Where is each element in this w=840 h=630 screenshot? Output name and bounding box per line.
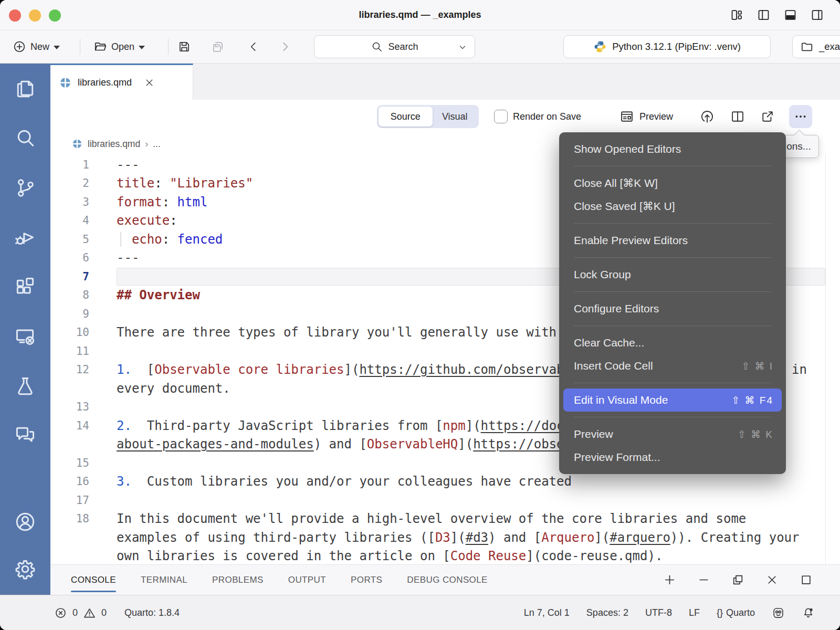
code-line[interactable]: 17 bbox=[50, 491, 840, 510]
menu-item-edit-in-visual-mode[interactable]: Edit in Visual Mode⇧ ⌘ F4 bbox=[563, 388, 782, 412]
maximize-icon[interactable] bbox=[800, 573, 813, 586]
comments-icon[interactable] bbox=[14, 424, 37, 447]
code-line-wrap[interactable]: examples of using third-party libraries … bbox=[50, 528, 840, 547]
language-mode[interactable]: {} Quarto bbox=[717, 607, 755, 618]
interpreter-selector[interactable]: Python 3.12.1 (PipEnv: .venv) bbox=[563, 35, 771, 58]
preview-button[interactable]: Preview bbox=[620, 100, 673, 133]
code-line[interactable]: 163. Custom libraries you and/or your co… bbox=[50, 472, 840, 491]
menu-item-label: Insert Code Cell bbox=[574, 360, 653, 372]
menu-item-preview[interactable]: Preview⇧ ⌘ K bbox=[559, 423, 786, 446]
panel-tab-debug-console[interactable]: DEBUG CONSOLE bbox=[407, 565, 488, 595]
open-button[interactable]: Open bbox=[93, 30, 145, 63]
search-icon bbox=[371, 40, 383, 53]
search-input[interactable]: Search bbox=[314, 35, 475, 58]
panel-tab-ports[interactable]: PORTS bbox=[351, 565, 382, 595]
testing-icon[interactable] bbox=[14, 375, 37, 398]
code-line-content: There are three types of library you'll … bbox=[117, 323, 594, 342]
explorer-icon[interactable] bbox=[14, 77, 37, 100]
layout-bottom-icon[interactable] bbox=[783, 8, 797, 22]
editor-toolbar: Source Visual Render on Save Preview bbox=[50, 100, 840, 133]
menu-item-label: Clear Cache... bbox=[574, 337, 644, 349]
indentation[interactable]: Spaces: 2 bbox=[586, 607, 628, 618]
breadcrumb-file[interactable]: libraries.qmd bbox=[88, 139, 140, 150]
split-editor-button[interactable] bbox=[730, 100, 745, 133]
publish-button[interactable] bbox=[700, 100, 715, 133]
close-tab-icon[interactable] bbox=[144, 77, 155, 88]
extensions-icon[interactable] bbox=[14, 276, 37, 299]
settings-icon[interactable] bbox=[14, 558, 37, 581]
search-icon[interactable] bbox=[14, 127, 37, 150]
main-toolbar: New Open Search Python 3.12.1 (P bbox=[0, 30, 840, 64]
tab-strip: libraries.qmd bbox=[50, 64, 840, 100]
error-icon[interactable] bbox=[54, 606, 67, 620]
chevron-down-icon bbox=[139, 46, 145, 49]
tab-libraries-qmd[interactable]: libraries.qmd bbox=[50, 64, 193, 100]
warning-count[interactable]: 0 bbox=[101, 607, 107, 618]
code-line[interactable]: 18In this document we'll provide a high-… bbox=[50, 510, 840, 529]
remote-sessions-icon[interactable] bbox=[14, 325, 37, 348]
panel-tab-terminal[interactable]: TERMINAL bbox=[141, 565, 187, 595]
save-all-icon bbox=[211, 40, 225, 54]
run-debug-icon[interactable] bbox=[14, 226, 37, 249]
render-on-save-control[interactable]: Render on Save bbox=[494, 100, 581, 133]
render-on-save-checkbox[interactable] bbox=[494, 110, 508, 123]
chevron-down-icon[interactable] bbox=[457, 42, 468, 52]
open-button-label: Open bbox=[111, 41, 134, 52]
warning-icon[interactable] bbox=[83, 606, 96, 620]
menu-item-label: Configure Editors bbox=[574, 302, 659, 315]
panel-tab-problems[interactable]: PROBLEMS bbox=[212, 565, 264, 595]
layout-right-icon[interactable] bbox=[810, 8, 824, 22]
line-number: 14 bbox=[50, 416, 89, 435]
notifications-bell-icon[interactable] bbox=[802, 606, 815, 620]
cursor-position[interactable]: Ln 7, Col 1 bbox=[524, 607, 570, 618]
code-line-content: --- bbox=[117, 155, 139, 174]
menu-item-clear-cache[interactable]: Clear Cache... bbox=[559, 331, 786, 354]
encoding[interactable]: UTF-8 bbox=[645, 607, 672, 618]
menu-separator bbox=[574, 223, 771, 224]
menu-item-label: Edit in Visual Mode bbox=[574, 394, 668, 406]
menu-separator bbox=[574, 326, 771, 326]
save-button[interactable] bbox=[177, 30, 191, 63]
new-button[interactable]: New bbox=[13, 30, 60, 63]
menu-item-preview-format[interactable]: Preview Format... bbox=[559, 446, 786, 469]
quarto-version[interactable]: Quarto: 1.8.4 bbox=[124, 607, 180, 618]
panel-tab-console[interactable]: CONSOLE bbox=[71, 565, 116, 595]
menu-item-label: Close All [⌘K W] bbox=[574, 177, 658, 190]
menu-item-close-saved-k-u[interactable]: Close Saved [⌘K U] bbox=[559, 195, 786, 218]
code-line-content: every document. bbox=[117, 379, 230, 398]
more-actions-button[interactable] bbox=[789, 105, 812, 128]
code-line-content: echo: fenced bbox=[117, 230, 223, 249]
menu-item-close-all-k-w[interactable]: Close All [⌘K W] bbox=[559, 172, 786, 195]
panel-tab-output[interactable]: OUTPUT bbox=[288, 565, 326, 595]
menu-item-lock-group[interactable]: Lock Group bbox=[559, 263, 786, 286]
layout-custom-icon[interactable] bbox=[730, 8, 744, 22]
visual-mode-button[interactable]: Visual bbox=[433, 111, 477, 122]
forward-button[interactable] bbox=[278, 30, 292, 63]
error-count[interactable]: 0 bbox=[72, 607, 78, 618]
source-mode-button[interactable]: Source bbox=[379, 107, 433, 127]
status-bar: 0 0 Quarto: 1.8.4 Ln 7, Col 1 Spaces: 2 … bbox=[0, 595, 840, 630]
menu-item-configure-editors[interactable]: Configure Editors bbox=[559, 297, 786, 320]
breadcrumb-ellipsis[interactable]: ... bbox=[153, 139, 161, 150]
end-of-line[interactable]: LF bbox=[689, 607, 700, 618]
back-button[interactable] bbox=[247, 30, 260, 63]
menu-item-enable-preview-editors[interactable]: Enable Preview Editors bbox=[559, 229, 786, 252]
new-button-label: New bbox=[30, 41, 49, 52]
account-icon[interactable] bbox=[14, 510, 37, 533]
menu-item-show-opened-editors[interactable]: Show Opened Editors bbox=[559, 138, 786, 161]
source-control-icon[interactable] bbox=[14, 176, 37, 200]
minus-icon[interactable] bbox=[697, 573, 710, 586]
braces-icon: {} bbox=[717, 607, 723, 618]
restore-icon[interactable] bbox=[731, 573, 744, 586]
open-in-new-window-button[interactable] bbox=[760, 100, 775, 133]
code-line-content: 3. Custom libraries you and/or your coll… bbox=[117, 472, 572, 491]
project-selector[interactable]: _examples bbox=[792, 35, 840, 58]
line-number bbox=[50, 379, 89, 398]
menu-item-insert-code-cell[interactable]: Insert Code Cell⇧ ⌘ I bbox=[559, 354, 786, 377]
code-line-wrap[interactable]: own libraries is covered in the article … bbox=[50, 547, 840, 566]
layout-left-icon[interactable] bbox=[757, 8, 771, 22]
plus-icon[interactable] bbox=[663, 573, 676, 586]
close-x-icon[interactable] bbox=[765, 573, 779, 586]
feedback-icon[interactable] bbox=[772, 606, 785, 620]
save-all-button[interactable] bbox=[211, 30, 225, 63]
